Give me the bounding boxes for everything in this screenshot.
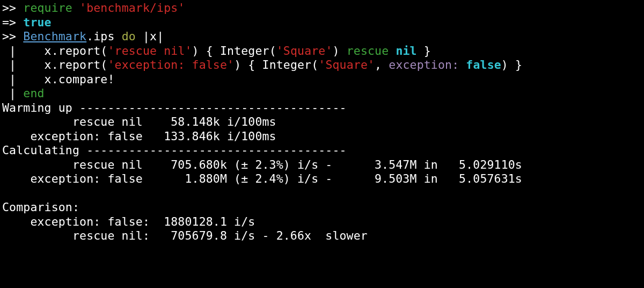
string-literal: 'Square' xyxy=(276,44,333,57)
false-literal: false xyxy=(466,58,501,71)
code-line: | end xyxy=(2,87,45,100)
code-line: | x.report('exception: false') { Integer… xyxy=(2,58,522,71)
code-line: => true xyxy=(2,16,52,29)
code-line: | x.compare! xyxy=(2,73,115,86)
code-line: >> require 'benchmark/ips' xyxy=(2,1,185,15)
string-literal: 'benchmark/ips' xyxy=(79,1,185,15)
output-line: rescue nil 705.680k (± 2.3%) i/s - 3.547… xyxy=(2,158,522,171)
terminal-output[interactable]: >> require 'benchmark/ips' => true >> Be… xyxy=(0,0,644,246)
method-call: x.report( xyxy=(45,44,108,57)
method-call: x.compare! xyxy=(45,73,115,86)
require-keyword: require xyxy=(23,1,72,15)
result-arrow: => xyxy=(2,16,23,29)
method-call: .ips xyxy=(86,30,121,43)
block-body: { Integer( xyxy=(206,44,276,57)
gutter: | xyxy=(2,44,23,57)
nil-literal: nil xyxy=(396,44,416,57)
keyword-arg: exception: xyxy=(389,58,459,71)
gutter: | xyxy=(2,73,23,86)
output-line: Calculating ----------------------------… xyxy=(2,143,347,157)
do-keyword: do xyxy=(122,30,136,43)
benchmark-constant: Benchmark xyxy=(23,30,86,43)
output-line: Warming up -----------------------------… xyxy=(2,101,347,114)
rescue-keyword: rescue xyxy=(347,44,389,57)
block-body: { Integer( xyxy=(248,58,318,71)
string-literal: 'rescue nil' xyxy=(107,44,192,57)
end-keyword: end xyxy=(23,87,44,100)
output-line: exception: false 133.846k i/100ms xyxy=(2,129,276,143)
output-line: exception: false 1.880M (± 2.4%) i/s - 9… xyxy=(2,172,522,185)
true-literal: true xyxy=(23,16,51,29)
output-line: exception: false: 1880128.1 i/s xyxy=(2,215,255,228)
output-line: Comparison: xyxy=(2,200,79,214)
prompt: >> xyxy=(2,30,23,43)
prompt: >> xyxy=(2,1,23,15)
output-line: rescue nil 58.148k i/100ms xyxy=(2,115,276,128)
method-call: x.report( xyxy=(45,58,108,71)
code-line: >> Benchmark.ips do |x| xyxy=(2,30,164,43)
code-line: | x.report('rescue nil') { Integer('Squa… xyxy=(2,44,431,57)
string-literal: 'Square' xyxy=(318,58,375,71)
output-line: rescue nil: 705679.8 i/s - 2.66x slower xyxy=(2,229,368,242)
gutter: | xyxy=(2,87,23,100)
string-literal: 'exception: false' xyxy=(107,58,234,71)
gutter: | xyxy=(2,58,23,71)
block-arg: |x| xyxy=(136,30,164,43)
